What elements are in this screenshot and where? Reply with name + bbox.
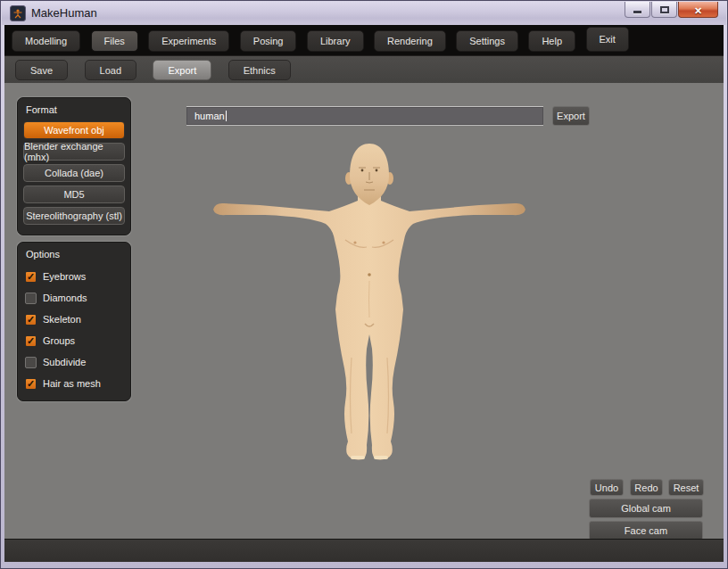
options-panel-title: Options (26, 249, 125, 260)
reset-button[interactable]: Reset (668, 479, 704, 496)
tab-library[interactable]: Library (307, 30, 364, 52)
window-controls (624, 2, 718, 18)
sub-tab-bar: Save Load Export Ethnics (4, 55, 724, 83)
format-md5-button[interactable]: MD5 (23, 186, 125, 203)
tab-experiments[interactable]: Experiments (148, 30, 229, 52)
tab-modelling[interactable]: Modelling (12, 30, 80, 52)
checkbox-icon (25, 293, 37, 304)
checkbox-label: Skeleton (43, 314, 81, 325)
global-cam-button[interactable]: Global cam (589, 499, 703, 518)
checkbox-label: Eyebrows (43, 271, 86, 282)
checkbox-icon (25, 314, 37, 326)
export-button[interactable]: Export (552, 106, 590, 126)
subtab-export[interactable]: Export (153, 60, 211, 80)
main-tab-bar: Modelling Files Experiments Posing Libra… (4, 25, 724, 55)
format-panel-title: Format (26, 104, 125, 115)
close-icon (694, 2, 702, 18)
face-cam-button[interactable]: Face cam (589, 521, 703, 540)
window-title: MakeHuman (31, 2, 97, 25)
maximize-icon (660, 6, 669, 13)
checkbox-label: Hair as mesh (43, 378, 101, 389)
checkbox-label: Diamonds (43, 293, 87, 303)
checkbox-diamonds[interactable]: Diamonds (23, 287, 125, 309)
checkbox-subdivide[interactable]: Subdivide (23, 351, 125, 373)
checkbox-label: Groups (43, 335, 75, 346)
tab-help[interactable]: Help (528, 30, 575, 52)
main-content: Format Wavefront obj Blender exchange (m… (4, 83, 724, 539)
checkbox-icon (25, 271, 37, 283)
checkbox-label: Subdivide (43, 357, 86, 367)
format-collada-button[interactable]: Collada (dae) (23, 164, 125, 182)
maximize-button[interactable] (651, 2, 677, 18)
checkbox-skeleton[interactable]: Skeleton (23, 309, 125, 330)
checkbox-icon (25, 378, 37, 390)
tab-files[interactable]: Files (91, 30, 138, 52)
viewport-3d-human-model[interactable] (206, 135, 527, 474)
redo-button[interactable]: Redo (630, 479, 663, 496)
client-area: Modelling Files Experiments Posing Libra… (4, 25, 724, 562)
checkbox-icon (25, 357, 37, 368)
options-panel: Options Eyebrows Diamonds Skeleton Group… (17, 242, 131, 401)
subtab-save[interactable]: Save (15, 60, 68, 80)
title-bar[interactable]: MakeHuman (2, 2, 726, 25)
app-window: MakeHuman Modelling Files Experiments Po… (0, 0, 728, 569)
subtab-load[interactable]: Load (85, 60, 136, 80)
tab-exit[interactable]: Exit (586, 27, 629, 52)
format-blender-exchange-button[interactable]: Blender exchange (mhx) (23, 143, 125, 161)
minimize-icon (633, 11, 641, 13)
filename-value: human (194, 111, 225, 121)
checkbox-icon (25, 335, 37, 347)
minimize-button[interactable] (625, 2, 650, 18)
close-button[interactable] (678, 2, 718, 18)
checkbox-eyebrows[interactable]: Eyebrows (23, 266, 125, 287)
makehuman-logo-icon (10, 5, 26, 21)
checkbox-hair-as-mesh[interactable]: Hair as mesh (23, 373, 125, 394)
tab-settings[interactable]: Settings (456, 30, 518, 52)
human-figure (206, 135, 527, 474)
undo-button[interactable]: Undo (590, 479, 624, 496)
format-panel: Format Wavefront obj Blender exchange (m… (17, 97, 131, 235)
subtab-ethnics[interactable]: Ethnics (228, 60, 291, 80)
format-wavefront-obj-button[interactable]: Wavefront obj (23, 121, 125, 139)
checkbox-groups[interactable]: Groups (23, 330, 125, 351)
tab-posing[interactable]: Posing (240, 30, 297, 52)
filename-input[interactable]: human (186, 107, 543, 125)
status-strip (4, 539, 724, 562)
tab-rendering[interactable]: Rendering (374, 30, 446, 52)
format-stereolithography-button[interactable]: Stereolithography (stl) (23, 207, 125, 225)
text-caret (226, 111, 227, 121)
